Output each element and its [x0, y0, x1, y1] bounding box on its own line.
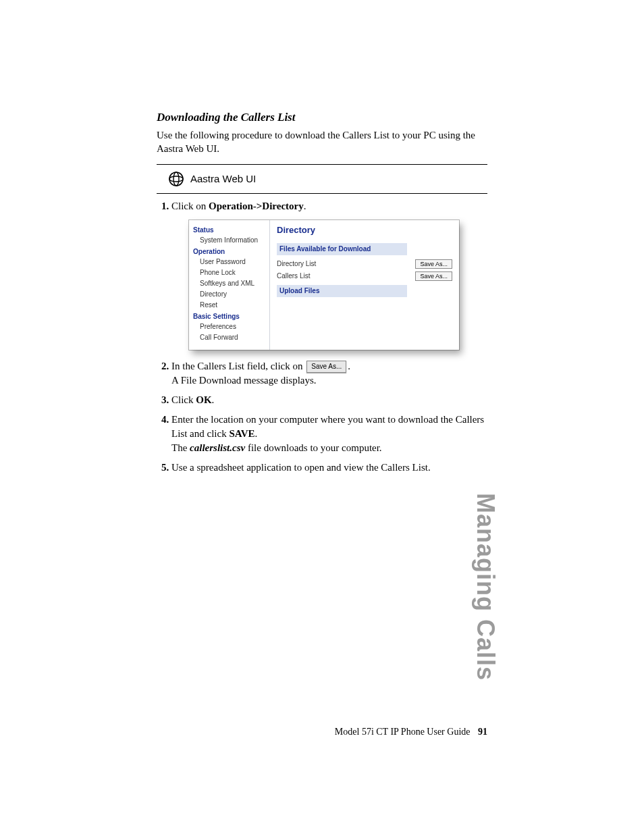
save-as-button-directory[interactable]: Save As...	[415, 259, 452, 269]
step-text: .	[255, 428, 258, 439]
ui-subhead-upload-files: Upload Files	[277, 285, 407, 297]
divider	[157, 164, 487, 165]
save-as-inline-button[interactable]: Save As...	[306, 361, 346, 373]
svg-point-2	[173, 172, 179, 186]
globe-icon	[169, 172, 184, 186]
step-text: Enter the location on your computer wher…	[171, 414, 484, 439]
save-as-button-callers[interactable]: Save As...	[415, 271, 452, 281]
sidebar-group-status: Status	[193, 226, 265, 235]
sidebar-group-basic-settings: Basic Settings	[193, 312, 265, 321]
sidebar-item-softkeys-xml[interactable]: Softkeys and XML	[193, 278, 265, 289]
step-text: Click	[171, 394, 196, 405]
step-2: In the Callers List field, click on Save…	[171, 359, 487, 388]
chapter-title-vertical: Managing Calls	[471, 493, 500, 681]
sidebar-item-phone-lock[interactable]: Phone Lock	[193, 267, 265, 278]
step-text: .	[348, 361, 350, 371]
footer-page-number: 91	[478, 727, 487, 737]
step-1: Click on Operation->Directory. Status Sy…	[171, 199, 487, 350]
step-5: Use a spreadsheet application to open an…	[171, 461, 487, 475]
sidebar-item-system-information[interactable]: System Information	[193, 235, 265, 246]
ui-row-label: Callers List	[277, 271, 310, 281]
divider	[157, 193, 487, 194]
step-text: In the Callers List field, click on	[171, 361, 305, 371]
step-4: Enter the location on your computer wher…	[171, 413, 487, 455]
step-text: Click on	[171, 201, 209, 211]
ui-panel-title: Directory	[277, 224, 452, 236]
sidebar-item-reset[interactable]: Reset	[193, 300, 265, 311]
ui-row-label: Directory List	[277, 259, 316, 269]
sidebar-item-preferences[interactable]: Preferences	[193, 321, 265, 332]
aastra-web-ui-screenshot: Status System Information Operation User…	[189, 220, 459, 350]
aastra-web-ui-banner: Aastra Web UI	[157, 167, 487, 190]
step-text: .	[212, 394, 215, 405]
ui-sidebar: Status System Information Operation User…	[189, 220, 270, 350]
footer-guide-title: Model 57i CT IP Phone User Guide	[335, 727, 471, 737]
sidebar-item-directory[interactable]: Directory	[193, 289, 265, 300]
step-3: Click OK.	[171, 393, 487, 407]
sidebar-item-user-password[interactable]: User Password	[193, 257, 265, 267]
step-text: Use a spreadsheet application to open an…	[171, 462, 431, 473]
step-text: A File Download message displays.	[171, 375, 317, 386]
ui-row-directory-list: Directory List Save As...	[277, 258, 452, 270]
section-heading: Downloading the Callers List	[157, 111, 487, 124]
intro-paragraph: Use the following procedure to download …	[157, 128, 487, 156]
aastra-web-ui-label: Aastra Web UI	[190, 173, 256, 184]
ui-subhead-files-available: Files Available for Download	[277, 243, 407, 255]
ui-main-panel: Directory Files Available for Download D…	[270, 220, 459, 350]
page-footer: Model 57i CT IP Phone User Guide 91	[157, 727, 487, 737]
step-text: file downloads to your computer.	[245, 442, 381, 453]
step-text-filename: callerslist.csv	[190, 442, 245, 453]
sidebar-item-call-forward[interactable]: Call Forward	[193, 332, 265, 343]
svg-point-1	[169, 176, 183, 182]
sidebar-group-operation: Operation	[193, 247, 265, 257]
step-text-bold: OK	[196, 394, 211, 405]
step-text-bold: Operation->Directory	[209, 201, 304, 211]
procedure-steps: Click on Operation->Directory. Status Sy…	[157, 199, 487, 475]
svg-point-0	[169, 172, 183, 186]
ui-row-callers-list: Callers List Save As...	[277, 270, 452, 282]
step-text: The	[171, 442, 190, 453]
step-text-bold: SAVE	[229, 428, 254, 439]
step-text: .	[304, 201, 306, 211]
